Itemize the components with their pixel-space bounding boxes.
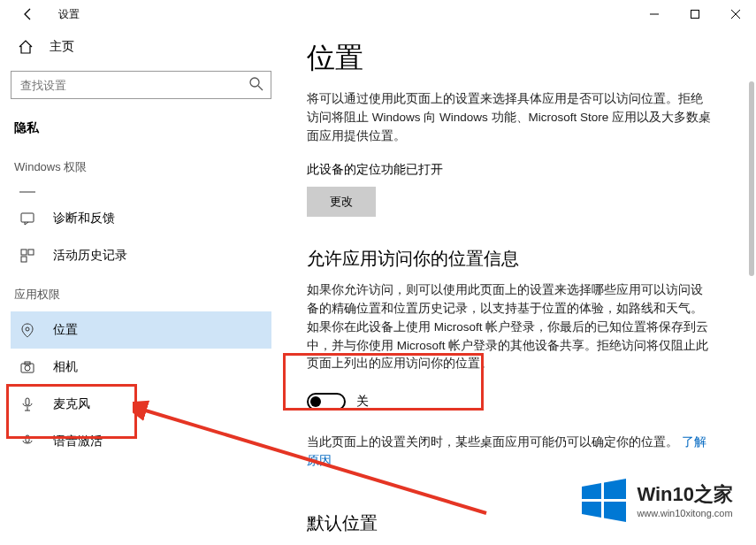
maximize-button[interactable] (675, 0, 715, 28)
allow-apps-header: 允许应用访问你的位置信息 (307, 247, 729, 271)
app-perms-header: 应用权限 (11, 274, 271, 311)
location-status: 此设备的定位功能已打开 (307, 162, 729, 178)
nav-label: 活动历史记录 (53, 248, 127, 264)
home-nav[interactable]: 主页 (11, 32, 271, 62)
back-button[interactable] (14, 0, 42, 28)
toggle-state-label: 关 (356, 394, 369, 410)
camera-icon (19, 359, 35, 375)
search-input[interactable] (11, 71, 271, 99)
allow-apps-text: 如果你允许访问，则可以使用此页面上的设置来选择哪些应用可以访问设备的精确位置和位… (307, 281, 714, 374)
sidebar-item-location[interactable]: 位置 (11, 311, 271, 349)
svg-rect-8 (21, 249, 27, 255)
svg-rect-16 (26, 435, 29, 442)
sidebar-item-diagnostics[interactable]: 诊断和反馈 (11, 200, 271, 237)
minimize-button[interactable] (634, 0, 675, 28)
nav-label: 相机 (53, 359, 78, 375)
page-title: 位置 (307, 39, 729, 78)
search-box[interactable] (11, 71, 271, 99)
svg-rect-10 (21, 257, 27, 262)
change-button[interactable]: 更改 (307, 187, 376, 217)
feedback-icon (19, 211, 35, 226)
sidebar-item-camera[interactable]: 相机 (11, 349, 271, 386)
close-button[interactable] (715, 0, 756, 28)
nav-label: 语音激活 (53, 434, 103, 449)
svg-point-11 (26, 327, 29, 331)
sidebar-item-microphone[interactable]: 麦克风 (11, 386, 271, 423)
sidebar-item-voice[interactable]: 语音激活 (11, 423, 271, 460)
svg-point-4 (250, 78, 259, 87)
watermark-url: www.win10xitong.com (637, 508, 733, 518)
nav-label: 诊断和反馈 (53, 211, 115, 226)
sidebar: 主页 隐私 Windows 权限 x 诊断和反馈 活动历史记录 (0, 28, 282, 545)
clipped-item: x (11, 184, 271, 200)
svg-rect-15 (26, 398, 29, 405)
content-area: 位置 将可以通过使用此页面上的设置来选择具体应用是否可以访问位置。拒绝访问将阻止… (282, 28, 756, 545)
nav-label: 位置 (53, 322, 78, 338)
off-description: 当此页面上的设置关闭时，某些桌面应用可能仍可以确定你的位置。 (307, 435, 678, 449)
svg-rect-1 (691, 11, 699, 19)
sidebar-item-activity[interactable]: 活动历史记录 (11, 237, 271, 274)
voice-icon (19, 434, 35, 449)
windows-logo-icon (580, 476, 628, 524)
watermark: Win10之家 www.win10xitong.com (580, 476, 733, 524)
search-icon (248, 76, 264, 96)
svg-line-5 (258, 86, 263, 90)
intro-text: 将可以通过使用此页面上的设置来选择具体应用是否可以访问位置。拒绝访问将阻止 Wi… (307, 90, 714, 146)
location-icon (19, 322, 35, 338)
microphone-icon (19, 396, 35, 412)
home-icon (18, 39, 34, 55)
home-label: 主页 (50, 39, 74, 55)
location-access-toggle[interactable] (307, 393, 346, 411)
svg-rect-9 (28, 249, 34, 255)
watermark-title: Win10之家 (637, 481, 733, 508)
svg-point-13 (25, 365, 30, 371)
nav-label: 麦克风 (53, 396, 90, 412)
svg-rect-7 (21, 213, 34, 222)
windows-perms-header: Windows 权限 (11, 147, 271, 184)
history-icon (19, 248, 35, 264)
scrollbar[interactable] (749, 81, 754, 276)
privacy-header: 隐私 (11, 115, 271, 147)
window-title: 设置 (58, 7, 80, 22)
